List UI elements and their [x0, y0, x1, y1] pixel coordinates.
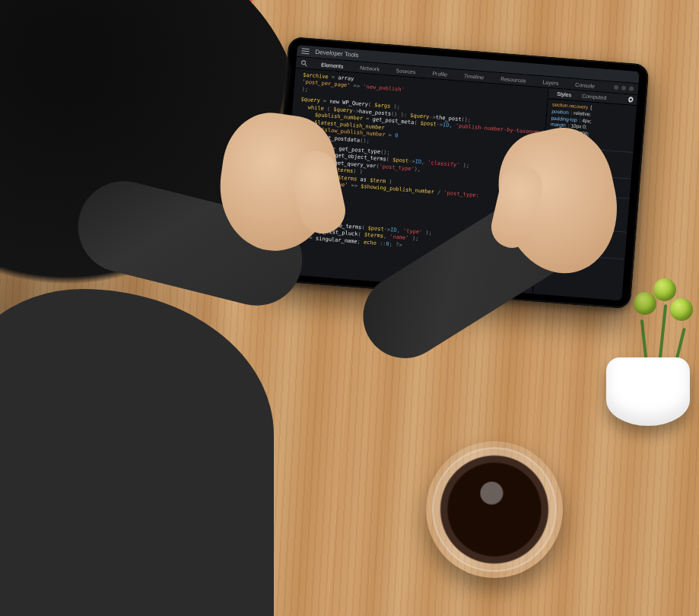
svg-line-1 — [305, 64, 307, 66]
app-title: Developer Tools — [315, 49, 359, 59]
window-dot-icon[interactable] — [621, 86, 626, 90]
gear-icon[interactable] — [628, 96, 635, 103]
window-dot-icon[interactable] — [629, 86, 634, 90]
coffee-cup — [426, 441, 563, 578]
svg-point-0 — [301, 61, 305, 65]
side-tab-styles[interactable]: Styles — [551, 90, 577, 98]
window-dot-icon[interactable] — [614, 85, 618, 90]
person-torso — [0, 289, 274, 616]
window-controls[interactable] — [614, 85, 638, 91]
side-tab-computed[interactable]: Computed — [577, 93, 612, 101]
photo-scene: Developer Tools Elements Network Sources… — [0, 0, 699, 616]
search-icon[interactable] — [300, 59, 308, 67]
menu-icon[interactable] — [301, 48, 310, 55]
plant-pot — [606, 357, 690, 426]
